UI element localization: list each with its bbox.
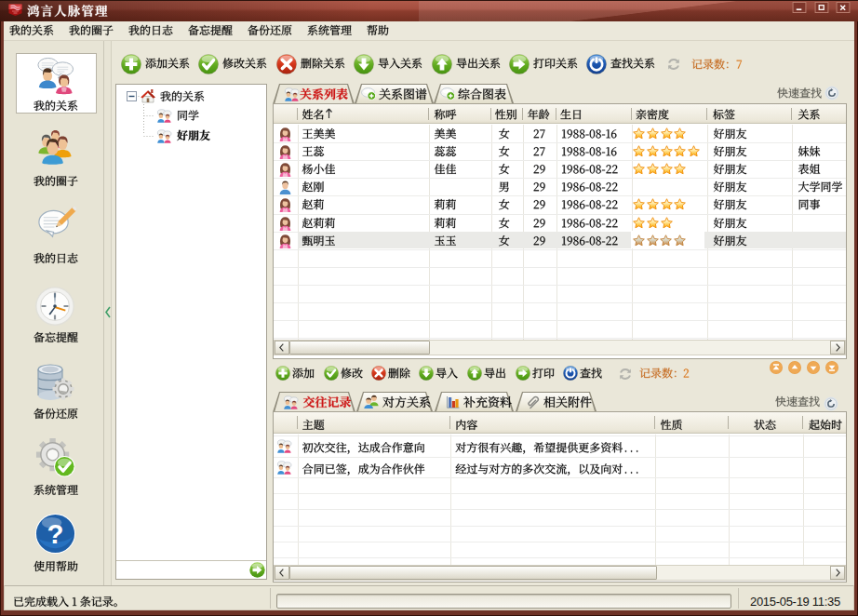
svg-text:?: ? bbox=[47, 518, 64, 549]
